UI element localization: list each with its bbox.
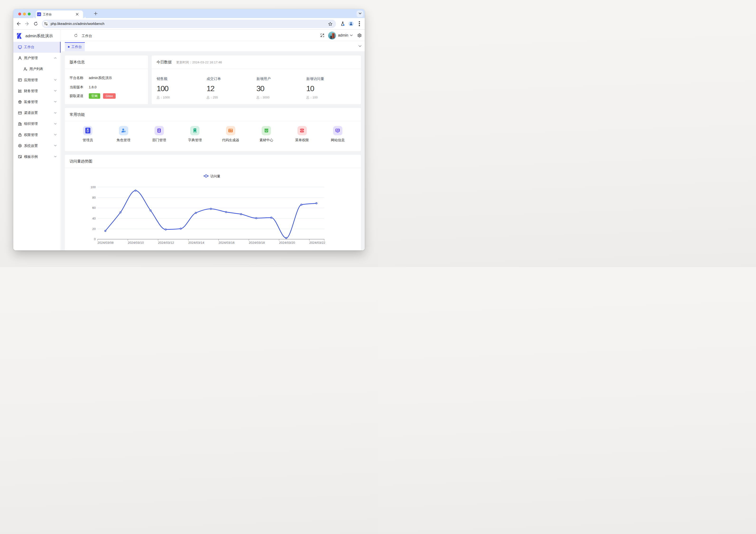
svg-text:60: 60 [93,206,96,210]
svg-text:20: 20 [93,227,96,231]
svg-text:2024/03/22: 2024/03/22 [309,241,325,244]
svg-text:0: 0 [94,237,96,241]
svg-text:2024/03/16: 2024/03/16 [218,241,234,244]
svg-text:2024/03/08: 2024/03/08 [97,241,114,244]
svg-text:2024/03/18: 2024/03/18 [249,241,265,244]
svg-text:40: 40 [93,216,96,220]
svg-text:2024/03/20: 2024/03/20 [279,241,295,244]
svg-text:2024/03/14: 2024/03/14 [188,241,204,244]
svg-text:2024/03/12: 2024/03/12 [158,241,174,244]
svg-text:2024/03/10: 2024/03/10 [128,241,144,244]
svg-text:100: 100 [91,185,96,189]
svg-text:访问量: 访问量 [210,174,220,178]
svg-text:80: 80 [93,196,96,199]
